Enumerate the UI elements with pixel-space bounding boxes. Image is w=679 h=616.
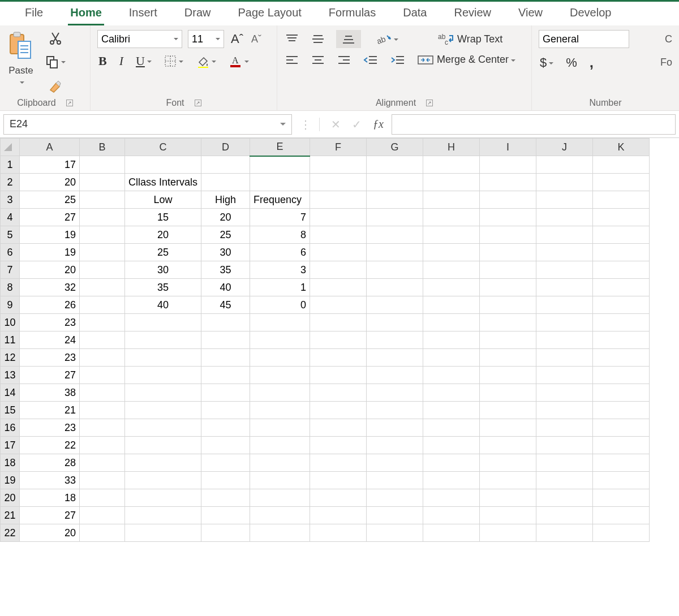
cell-K9[interactable]: [593, 296, 650, 314]
row-header-2[interactable]: 2: [1, 174, 20, 191]
cell-H3[interactable]: [423, 191, 480, 209]
percent-format-button[interactable]: %: [565, 54, 578, 71]
cell-E6[interactable]: 6: [250, 244, 310, 261]
cell-D3[interactable]: High: [201, 191, 250, 209]
cut-button[interactable]: [44, 30, 67, 46]
cell-D8[interactable]: 40: [201, 279, 250, 296]
cell-G20[interactable]: [367, 489, 423, 507]
column-header-E[interactable]: E: [250, 139, 310, 156]
cell-K14[interactable]: [593, 384, 650, 402]
row-header-17[interactable]: 17: [1, 437, 20, 454]
cell-B5[interactable]: [80, 226, 125, 244]
font-name-combo[interactable]: Calibri: [97, 30, 182, 48]
cell-D5[interactable]: 25: [201, 226, 250, 244]
cell-C4[interactable]: 15: [125, 209, 201, 226]
cell-A22[interactable]: 20: [20, 524, 80, 542]
cell-D7[interactable]: 35: [201, 261, 250, 279]
cell-G21[interactable]: [367, 507, 423, 524]
italic-button[interactable]: I: [118, 53, 124, 70]
cell-J17[interactable]: [536, 437, 593, 454]
cell-F1[interactable]: [310, 156, 367, 174]
cell-K17[interactable]: [593, 437, 650, 454]
cell-K19[interactable]: [593, 472, 650, 489]
cell-C5[interactable]: 20: [125, 226, 201, 244]
cell-D22[interactable]: [201, 524, 250, 542]
cell-G9[interactable]: [367, 296, 423, 314]
decrease-indent-button[interactable]: [362, 53, 379, 67]
cell-J16[interactable]: [536, 419, 593, 437]
cell-A20[interactable]: 18: [20, 489, 80, 507]
cell-H17[interactable]: [423, 437, 480, 454]
cell-H11[interactable]: [423, 331, 480, 349]
cell-A8[interactable]: 32: [20, 279, 80, 296]
cell-E1[interactable]: [250, 156, 310, 174]
cell-I12[interactable]: [480, 349, 536, 367]
cell-H10[interactable]: [423, 314, 480, 331]
cell-F7[interactable]: [310, 261, 367, 279]
cell-D1[interactable]: [201, 156, 250, 174]
cell-A3[interactable]: 25: [20, 191, 80, 209]
format-painter-button[interactable]: [44, 77, 67, 94]
cell-E19[interactable]: [250, 472, 310, 489]
cell-K1[interactable]: [593, 156, 650, 174]
cell-C17[interactable]: [125, 437, 201, 454]
row-header-10[interactable]: 10: [1, 314, 20, 331]
cell-D16[interactable]: [201, 419, 250, 437]
cell-H18[interactable]: [423, 454, 480, 472]
cell-B18[interactable]: [80, 454, 125, 472]
column-header-I[interactable]: I: [480, 139, 536, 156]
cell-A18[interactable]: 28: [20, 454, 80, 472]
column-header-G[interactable]: G: [367, 139, 423, 156]
tab-develop[interactable]: Develop: [568, 5, 613, 25]
cell-A1[interactable]: 17: [20, 156, 80, 174]
cell-D17[interactable]: [201, 437, 250, 454]
cell-B19[interactable]: [80, 472, 125, 489]
cell-I3[interactable]: [480, 191, 536, 209]
cell-H20[interactable]: [423, 489, 480, 507]
cell-C21[interactable]: [125, 507, 201, 524]
cell-H21[interactable]: [423, 507, 480, 524]
row-header-9[interactable]: 9: [1, 296, 20, 314]
cell-I22[interactable]: [480, 524, 536, 542]
cell-H19[interactable]: [423, 472, 480, 489]
cell-E13[interactable]: [250, 367, 310, 384]
comma-format-button[interactable]: ,: [588, 53, 595, 72]
cell-I10[interactable]: [480, 314, 536, 331]
cell-K22[interactable]: [593, 524, 650, 542]
cell-B20[interactable]: [80, 489, 125, 507]
cell-D13[interactable]: [201, 367, 250, 384]
clipboard-dialog-launcher[interactable]: ↗: [66, 100, 73, 106]
cell-D10[interactable]: [201, 314, 250, 331]
cell-D21[interactable]: [201, 507, 250, 524]
cell-G17[interactable]: [367, 437, 423, 454]
cell-I5[interactable]: [480, 226, 536, 244]
cell-A4[interactable]: 27: [20, 209, 80, 226]
cell-K18[interactable]: [593, 454, 650, 472]
cell-H7[interactable]: [423, 261, 480, 279]
column-header-B[interactable]: B: [80, 139, 125, 156]
cell-C18[interactable]: [125, 454, 201, 472]
cell-A14[interactable]: 38: [20, 384, 80, 402]
row-header-12[interactable]: 12: [1, 349, 20, 367]
increase-indent-button[interactable]: [389, 53, 406, 67]
cell-E9[interactable]: 0: [250, 296, 310, 314]
tab-file[interactable]: File: [23, 5, 45, 25]
column-header-K[interactable]: K: [593, 139, 650, 156]
cell-K11[interactable]: [593, 331, 650, 349]
cancel-formula-button[interactable]: ✕: [331, 118, 341, 131]
borders-button[interactable]: [163, 54, 184, 68]
cell-B10[interactable]: [80, 314, 125, 331]
cell-C20[interactable]: [125, 489, 201, 507]
row-header-22[interactable]: 22: [1, 524, 20, 542]
cell-J13[interactable]: [536, 367, 593, 384]
tab-review[interactable]: Review: [452, 5, 493, 25]
cell-B8[interactable]: [80, 279, 125, 296]
cell-G11[interactable]: [367, 331, 423, 349]
cell-E20[interactable]: [250, 489, 310, 507]
cell-A9[interactable]: 26: [20, 296, 80, 314]
cell-J14[interactable]: [536, 384, 593, 402]
cell-I2[interactable]: [480, 174, 536, 191]
cell-F20[interactable]: [310, 489, 367, 507]
cell-F4[interactable]: [310, 209, 367, 226]
cell-G8[interactable]: [367, 279, 423, 296]
